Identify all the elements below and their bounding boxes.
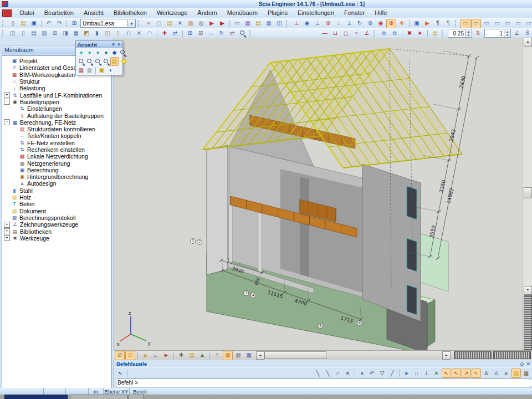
close-icon[interactable]: ✕ [526,361,530,367]
free-node-icon[interactable]: ✚ [160,29,170,38]
toolbar-grip[interactable] [374,30,376,37]
sidebar-item-bibliotheken[interactable]: +▤Bibliotheken [2,228,111,234]
joist-icon[interactable]: ≡ [212,351,222,360]
sidebar-item-berechnung-fe-netz[interactable]: -▦Berechnung, FE-Netz [2,119,111,126]
snap-cross-icon[interactable]: ✕ [343,369,352,378]
materials-icon[interactable]: ▤ [165,19,175,28]
view-parameters-icon[interactable]: ▦ [77,66,85,75]
undo-icon[interactable]: ↶ [44,19,54,28]
3d-viewport[interactable]: 2430 2942 3350 3550 14982 3930 11515 470… [114,38,532,350]
load-panel-icon[interactable]: ▦ [71,29,81,38]
snap-orthogonal-icon[interactable]: ↖ [472,369,481,378]
link-1-icon[interactable]: ∅ [115,351,125,360]
frame-icon[interactable]: ⊓ [124,29,134,38]
view-window-7-icon[interactable]: ▭ [524,19,532,28]
zoom-window-icon[interactable] [94,57,102,66]
redo-icon[interactable]: ↷ [54,19,64,28]
vertical-scroll-thumb[interactable] [524,187,532,198]
print-preview-icon[interactable]: ▦ [243,19,253,28]
palette-title-bar[interactable]: Ansicht ▼ ✕ [76,41,122,48]
flag-icon[interactable]: ► [161,351,171,360]
filter-a-icon[interactable]: ¶ [433,19,443,28]
export-dwg-icon[interactable]: ▶ [422,19,432,28]
opening-icon[interactable]: ⊞ [50,29,60,38]
node-support-icon[interactable]: ⊥ [313,19,323,28]
clipboard-icon[interactable]: ▥ [186,19,196,28]
expand-icon[interactable]: + [4,235,10,241]
table-orange-icon[interactable]: ▦ [223,351,233,360]
plate-icon[interactable]: ▤ [29,29,39,38]
scroll-left-icon[interactable]: ◄ [256,351,264,360]
multicopy-icon[interactable]: ⊞ [196,29,206,38]
sidebar-item-berechnungsprotokoll[interactable]: ▦Berechnungsprotokoll [2,214,111,221]
sidebar-item-teile-knoten-koppeln[interactable]: ∴Teile/Knoten koppeln [2,132,111,139]
table-grey-icon[interactable]: ▦ [233,351,243,360]
toolbar-grip[interactable] [455,20,458,27]
zoom-in-icon[interactable] [77,57,85,66]
sidebar-item-rechenkern-einstellen[interactable]: ⇅Rechenkern einstellen [2,146,111,153]
panel-grip-2[interactable] [493,351,531,359]
sidebar-item-bauteilgruppen[interactable]: -◉Bauteilgruppen [2,99,111,105]
toolbar-grip[interactable] [138,20,141,27]
delete-marking-icon[interactable]: ✖ [405,29,415,38]
layers-icon[interactable]: ▶ [207,19,217,28]
new-document-icon[interactable]: ▯ [8,19,18,28]
view-side-icon[interactable]: ● [94,48,102,57]
snap-percentage-icon[interactable]: ∆ [492,369,501,378]
render-mode-icon[interactable]: ◑ [106,66,114,75]
open-file-icon[interactable]: ▤ [18,19,28,28]
zoom-all-icon[interactable] [102,57,110,66]
slab-icon[interactable]: ◨ [60,29,70,38]
zoom-cursor-icon[interactable] [119,48,127,57]
center-icon[interactable]: ✚ [397,19,407,28]
save-icon[interactable]: ▣ [29,19,39,28]
menu-bearbeiten[interactable]: Bearbeiten [39,8,79,17]
scroll-down-icon[interactable]: ▼ [524,286,532,295]
table-icon[interactable]: ▦ [264,19,274,28]
search-icon[interactable] [238,29,248,38]
axis-icon[interactable]: ▲ [140,351,150,360]
view-window-5-icon[interactable]: ▭ [503,19,513,28]
beam-icon[interactable]: ◫ [8,29,18,38]
check-structure-icon[interactable]: ⌗ [144,19,154,28]
snap-line-2-icon[interactable]: ╲ [323,369,332,378]
snap-tangent-icon[interactable]: ∆ [482,369,491,378]
paste-view-icon[interactable]: ⧉ [379,29,389,38]
storey-icon[interactable]: ∟ [151,351,161,360]
filter-b-icon[interactable]: ¶ [443,19,453,28]
sidebar-item-einstellungen[interactable]: ⇅Einstellungen [2,105,111,112]
node-icon[interactable]: ◉ [376,19,386,28]
toolbar-grip[interactable] [286,20,289,27]
sidebar-item-strukturdaten-kontrollieren[interactable]: ▤Strukturdaten kontrollieren [2,126,111,132]
sidebar-item-struktur[interactable]: ⌂Struktur [2,78,111,85]
sidebar-item-berechnung[interactable]: ▣Berechnung [2,167,111,173]
expand-icon[interactable]: + [4,92,10,98]
view-parameters-2-icon[interactable]: ▦ [85,66,94,75]
sidebar-item-fe-netz-einstellen[interactable]: ⇅FE-Netz einstellen [2,140,111,146]
rotate-icon[interactable]: ↻ [217,29,227,38]
view-window-2-icon[interactable]: ▭ [471,19,481,28]
export-icon[interactable]: ◫ [274,19,284,28]
scroll-right-icon[interactable]: ► [442,351,451,360]
purlin-icon[interactable]: ▯ [113,29,123,38]
paste-view-2-icon[interactable]: ⧉ [390,29,400,38]
snap-intersection-icon[interactable]: ↗ [462,369,471,378]
view-window-4-icon[interactable]: ▭ [492,19,502,28]
snap-triangle-icon[interactable]: ▽ [377,369,387,378]
project-settings-icon[interactable]: ▢ [154,19,164,28]
vertical-scrollbar[interactable]: ▲ ▼ [523,38,532,350]
angle-step-icon[interactable]: ∠ [512,29,522,38]
sidebar-item-werkzeuge[interactable]: +✖Werkzeuge [2,235,111,242]
angle-icon[interactable]: ∠ [362,29,372,38]
palette-close-icon[interactable]: ✕ [117,42,121,47]
scale-loads-icon[interactable]: ⇅ [473,29,483,38]
view-perspective-icon[interactable]: ◆ [110,48,119,57]
haunch-icon[interactable]: ◩ [81,29,91,38]
save-view-icon[interactable]: ▣ [412,19,422,28]
command-input[interactable] [116,380,532,386]
snap-grid-icon[interactable]: ✕ [432,369,441,378]
snap-curve-icon[interactable]: ∩ [333,369,342,378]
fly-mode-icon[interactable]: ➤ [415,29,425,38]
dot-grid-icon[interactable]: ∷ [412,369,421,378]
view-axo-icon[interactable]: ● [102,48,110,57]
